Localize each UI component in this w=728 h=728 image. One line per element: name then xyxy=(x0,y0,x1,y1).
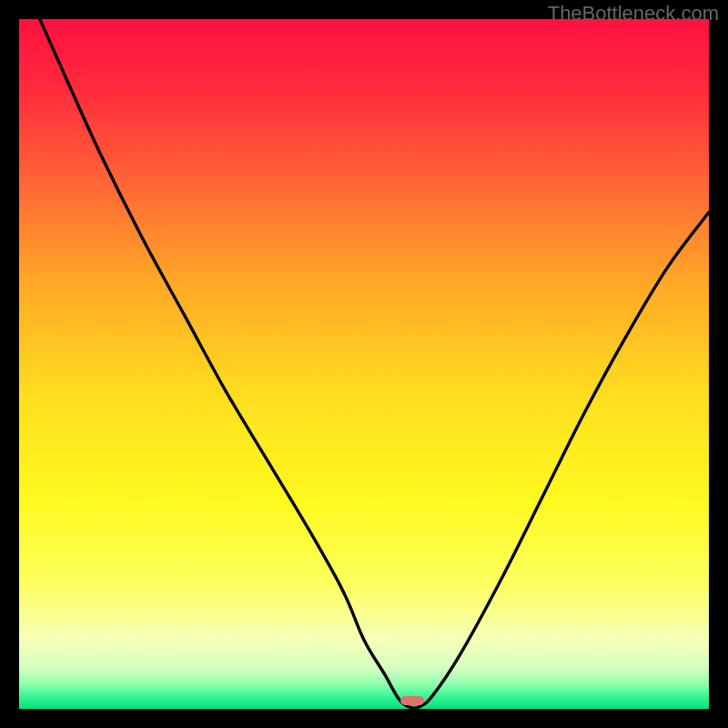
watermark-text: TheBottleneck.com xyxy=(548,2,719,25)
chart-container: TheBottleneck.com xyxy=(0,0,728,728)
optimal-marker xyxy=(400,696,425,705)
bottleneck-curve xyxy=(19,19,709,709)
plot-area xyxy=(19,19,709,709)
